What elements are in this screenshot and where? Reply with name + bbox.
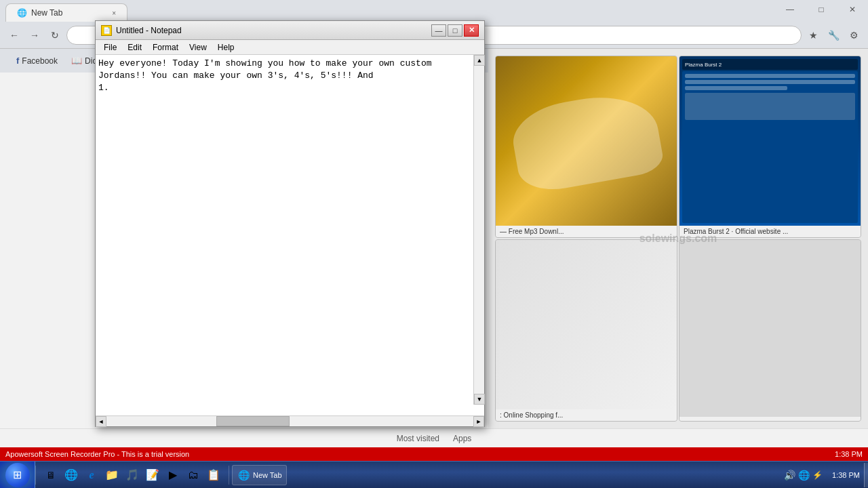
vscroll-up-btn[interactable]: ▲ [474,55,485,66]
thumbnail-solewings-img: solewings.com [496,56,677,226]
notepad-titlebar[interactable]: 📄 Untitled - Notepad — □ ✕ [96,21,484,40]
shopping-img-content [496,240,677,409]
media-icon: 🎵 [125,468,139,481]
tray-icon-1[interactable]: 🔊 [784,470,795,481]
chrome-tab-new-tab[interactable]: 🌐 New Tab × [5,3,127,22]
thumbnail-empty-label [679,417,861,421]
chrome-tab-close-btn[interactable]: × [112,9,116,17]
player-icon: ▶ [169,468,177,481]
thumbnail-solewings-label: — Free Mp3 Downl... [496,226,677,237]
apps-link[interactable]: Apps [453,434,471,443]
taskbar: ⊞ 🖥 🌐 e 📁 🎵 📝 ▶ [0,461,868,488]
quick-launch-bar: 🖥 🌐 e 📁 🎵 📝 ▶ 🗂 📋 [35,466,229,485]
clock-time: 1:38 PM [832,471,860,479]
taskbar-chrome-label: New Tab [253,471,282,479]
notepad-vertical-scrollbar[interactable]: ▲ ▼ [473,55,484,405]
notepad-title: Untitled - Notepad [116,26,430,35]
start-button[interactable]: ⊞ [0,462,35,489]
chrome-tab-bar: 🌐 New Tab × — □ ✕ [0,0,868,22]
notepad-close-btn[interactable]: ✕ [464,24,479,37]
empty-content [679,240,861,417]
plazma-image-area [685,93,855,120]
ql-show-desktop[interactable]: 🖥 [41,466,60,485]
notepad-maximize-btn[interactable]: □ [448,24,462,37]
menu-file[interactable]: File [98,41,122,54]
ql-ie[interactable]: e [82,466,101,485]
taskbar-running-items: 🌐 New Tab [229,462,778,488]
system-tray: 🔊 🌐 ⚡ [778,470,828,481]
chrome-tab-icon: 🌐 [17,8,27,18]
vscroll-track[interactable] [474,66,484,394]
thumbnail-plazma-img: Plazma Burst 2 [679,56,861,226]
plazma-header-text: Plazma Burst 2 [685,62,722,68]
chrome-close-btn[interactable]: ✕ [837,0,868,19]
chrome-forward-btn[interactable]: → [26,26,43,44]
chrome-minimize-btn[interactable]: — [774,0,806,19]
menu-help[interactable]: Help [212,41,240,54]
hscroll-thumb[interactable] [216,416,290,426]
most-visited-link[interactable]: Most visited [397,434,439,443]
hscroll-track[interactable] [106,416,473,426]
ql-media[interactable]: 🎵 [123,466,142,485]
thumbnail-grid: solewings.com — Free Mp3 Downl... Plazma… [488,49,868,428]
bookmark-facebook[interactable]: f Facebook [11,54,63,67]
menu-view[interactable]: View [184,41,212,54]
chrome-back-btn[interactable]: ← [5,26,23,44]
tray-icon-2[interactable]: 🌐 [798,470,810,481]
desktop: 🌐 New Tab × — □ ✕ ← → ↻ ★ 🔧 ⚙ [0,0,868,488]
chrome-maximize-btn[interactable]: □ [806,0,837,19]
chrome-tab-title: New Tab [31,8,62,18]
chrome-wrench-icon[interactable]: 🔧 [825,26,842,44]
menu-edit[interactable]: Edit [122,41,147,54]
notepad-horizontal-scrollbar[interactable]: ◄ ► [96,415,484,426]
sneaker-shape [507,87,665,195]
ql-explorer[interactable]: 📁 [102,466,121,485]
ql-player[interactable]: ▶ [163,466,182,485]
chrome-reload-btn[interactable]: ↻ [46,26,64,44]
plazma-header: Plazma Burst 2 [682,59,858,70]
thumbnail-plazma[interactable]: Plazma Burst 2 Plazma Burst 2 · Official… [679,56,861,238]
thumbnail-plazma-label: Plazma Burst 2 · Official website ... [679,226,861,237]
notepad-text-area[interactable]: Hey everyone! Today I'm showing you how … [96,55,473,415]
thumbnail-empty[interactable] [679,239,861,422]
menu-format[interactable]: Format [147,41,184,54]
thumbnail-shopping-label: : Online Shopping f... [496,409,677,421]
apowersoft-bar: Apowersoft Screen Recorder Pro - This is… [0,447,868,461]
plazma-line-1 [685,74,855,78]
chrome-settings-btn[interactable]: ⚙ [845,26,863,44]
ql-notepad-task[interactable]: 📋 [204,466,223,485]
notepad-minimize-btn[interactable]: — [431,24,446,37]
notepad-menubar: File Edit Format View Help [96,40,484,55]
ie-icon: e [89,469,94,481]
chrome-window-controls: — □ ✕ [774,0,868,19]
tray-icon-3[interactable]: ⚡ [812,470,823,480]
show-desktop-strip[interactable] [864,463,868,487]
ql-chrome[interactable]: 🌐 [62,466,81,485]
word-icon: 📝 [146,468,159,481]
chrome-bookmark-btn[interactable]: ★ [804,26,822,44]
vscroll-down-btn[interactable]: ▼ [474,394,485,405]
plazma-body [682,71,858,223]
ql-stack[interactable]: 🗂 [184,466,203,485]
explorer-icon: 📁 [105,468,119,481]
notepad-app-icon: 📄 [101,25,112,36]
thumbnail-shopping[interactable]: : Online Shopping f... [495,239,677,422]
plazma-line-2 [685,80,855,84]
hscroll-left-btn[interactable]: ◄ [96,416,106,427]
chrome-icon: 🌐 [64,468,78,481]
chrome-nav-right: ★ 🔧 ⚙ [804,26,863,44]
dict-icon: 📖 [71,56,82,66]
thumbnail-solewings[interactable]: solewings.com — Free Mp3 Downl... [495,56,677,238]
start-orb-icon: ⊞ [5,463,30,487]
facebook-icon: f [16,56,19,66]
taskbar-chrome-icon: 🌐 [237,468,250,482]
thumbnail-empty-img [679,240,861,417]
taskbar-item-chrome[interactable]: 🌐 New Tab [232,465,287,485]
notepad-window: 📄 Untitled - Notepad — □ ✕ File Edit For… [95,20,485,427]
bookmark-facebook-label: Facebook [22,56,58,66]
system-clock[interactable]: 1:38 PM [828,471,864,479]
show-desktop-icon: 🖥 [46,470,56,481]
ql-word[interactable]: 📝 [143,466,162,485]
hscroll-right-btn[interactable]: ► [473,416,484,427]
thumbnail-shopping-img [496,240,677,409]
